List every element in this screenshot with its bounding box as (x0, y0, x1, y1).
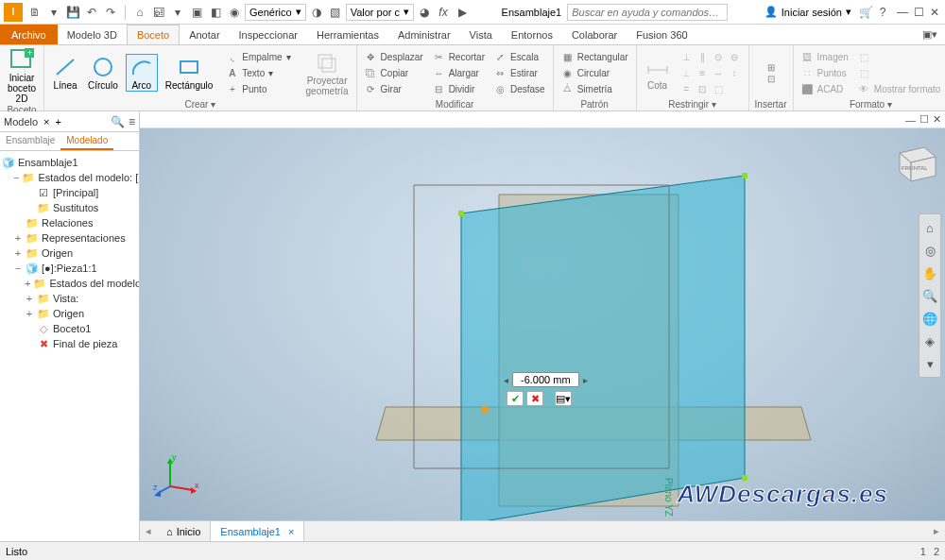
vp-min-icon[interactable]: — (905, 114, 916, 126)
cota-button[interactable]: Cota (643, 55, 673, 91)
tree-representaciones[interactable]: +📁Representaciones (2, 230, 137, 246)
tab-inspeccionar[interactable]: Inspeccionar (230, 25, 307, 44)
rectangular-button[interactable]: ▦Rectangular (559, 49, 630, 64)
nav-lookat-icon[interactable]: ◈ (919, 331, 940, 351)
insert-icon[interactable]: ⊞ (767, 62, 775, 73)
tree-relaciones[interactable]: 📁Relaciones (2, 215, 137, 230)
tree-estados[interactable]: −📁Estados del modelo: [Principal] (2, 170, 137, 185)
doc-tabs-scroll-left[interactable]: ◂ (140, 525, 157, 537)
view-cube[interactable]: FRONTAL (888, 136, 939, 187)
copiar-button[interactable]: ⿻Copiar (363, 65, 425, 80)
constraint-row3[interactable]: =⊡⬚ (679, 81, 743, 96)
new-icon[interactable]: 🗎 (26, 4, 43, 21)
fmt-b-button[interactable]: ⬚ (856, 65, 943, 80)
estirar-button[interactable]: ⇔Estirar (492, 65, 547, 80)
status-page-2[interactable]: 2 (934, 546, 939, 557)
tree-origen[interactable]: +📁Origen (2, 246, 137, 261)
dim-accept-button[interactable]: ✔ (507, 391, 524, 406)
tree-root[interactable]: 🧊Ensamblaje1 (2, 155, 137, 170)
tree-origen2[interactable]: +📁Origen (2, 306, 137, 321)
tab-overflow-icon[interactable]: ▣▾ (922, 28, 937, 41)
fx-icon[interactable]: fx (435, 4, 452, 21)
tree-estados2[interactable]: +📁Estados del modelo: [Principal] (2, 276, 137, 291)
tab-vista[interactable]: Vista (460, 25, 502, 44)
search-input[interactable] (567, 4, 728, 21)
nav-caret-icon[interactable]: ▾ (919, 353, 940, 374)
viewport[interactable]: ◂ -6.000 mm ▸ ✔ ✖ ▤▾ Plano YZ FRONTAL (140, 128, 945, 520)
extra-icon[interactable]: ◕ (416, 4, 433, 21)
puntos-button[interactable]: ∷Puntos (799, 65, 850, 80)
signin-link[interactable]: 👤 Iniciar sesión ▾ (765, 6, 851, 18)
play-icon[interactable]: ▶ (454, 4, 471, 21)
subtab-ensamblaje[interactable]: Ensamblaje (0, 132, 60, 150)
dim-options-button[interactable]: ▤▾ (555, 391, 572, 406)
minimize-icon[interactable]: — (897, 6, 908, 19)
dividir-button[interactable]: ⊟Dividir (431, 81, 487, 96)
team-icon[interactable]: 🗟 (150, 4, 167, 21)
tab-herramientas[interactable]: Herramientas (307, 25, 388, 44)
redo-icon[interactable]: ↷ (102, 4, 119, 21)
doc-tabs-scroll-right[interactable]: ▸ (928, 525, 945, 537)
iniciar-boceto-button[interactable]: + Iniciar boceto 2D (6, 47, 38, 104)
nav-home-icon[interactable]: ⌂ (919, 217, 940, 238)
tab-colaborar[interactable]: Colaborar (562, 25, 627, 44)
desplazar-button[interactable]: ✥Desplazar (363, 49, 425, 64)
file-tab[interactable]: Archivo (0, 25, 58, 44)
undo-icon[interactable]: ↶ (83, 4, 100, 21)
tree-sustitutos[interactable]: 📁Sustitutos (2, 200, 137, 215)
circular-button[interactable]: ◉Circular (559, 65, 630, 80)
constraint-row1[interactable]: ⊥∥⊙⊖ (679, 49, 743, 64)
help-icon[interactable]: ? (874, 4, 891, 21)
nav-zoom-icon[interactable]: 🔍 (919, 285, 940, 306)
insert2-icon[interactable]: ⊡ (767, 74, 775, 84)
constraint-row2[interactable]: ⟂≡↔↕ (679, 65, 743, 80)
select-icon[interactable]: ▾ (169, 4, 186, 21)
tab-anotar[interactable]: Anotar (180, 25, 229, 44)
punto-button[interactable]: +Punto (224, 81, 292, 96)
vp-max-icon[interactable]: ☐ (919, 113, 929, 126)
menu-icon[interactable]: ≡ (129, 115, 135, 128)
tree-pieza[interactable]: −🧊[●]:Pieza1:1 (2, 261, 137, 276)
tree-principal[interactable]: ☑[Principal] (2, 185, 137, 200)
proyectar-button[interactable]: Proyectar geometría (304, 50, 351, 96)
cart-icon[interactable]: 🛒 (857, 4, 874, 21)
color-icon[interactable]: ◑ (308, 4, 325, 21)
tab-entornos[interactable]: Entornos (502, 25, 562, 44)
subtab-modelado[interactable]: Modelado (60, 132, 113, 150)
tab-modelo3d[interactable]: Modelo 3D (58, 25, 127, 44)
imagen-button[interactable]: 🖼Imagen (799, 49, 850, 64)
fmt-a-button[interactable]: ⬚ (856, 49, 943, 64)
tab-fusion360[interactable]: Fusion 360 (627, 25, 696, 44)
dim-right-arrow[interactable]: ▸ (583, 375, 588, 385)
appearance-combo[interactable]: Valor por c▾ (346, 4, 414, 21)
material-icon[interactable]: ▣ (188, 4, 205, 21)
rectangulo-button[interactable]: Rectángulo (163, 55, 215, 91)
home-icon[interactable]: ⌂ (131, 4, 148, 21)
linea-button[interactable]: Línea (50, 55, 80, 91)
arco-button[interactable]: Arco (126, 54, 158, 92)
tab-close-icon[interactable]: × (288, 526, 294, 537)
measure-icon[interactable]: ◉ (226, 4, 243, 21)
dim-left-arrow[interactable]: ◂ (504, 375, 508, 385)
tree-final[interactable]: ✖Final de pieza (2, 336, 137, 351)
simetria-button[interactable]: ⧊Simetría (559, 81, 630, 96)
material-combo[interactable]: Genérico▾ (245, 4, 306, 21)
panel-close-icon[interactable]: × (43, 116, 49, 127)
panel-add-icon[interactable]: + (56, 116, 61, 127)
search-icon[interactable]: 🔍 (111, 115, 125, 128)
dimension-input[interactable]: -6.000 mm (512, 372, 579, 387)
nav-rotate-icon[interactable]: 🌐 (919, 308, 940, 329)
doc-tab-home[interactable]: ⌂Inicio (157, 521, 211, 541)
texto-button[interactable]: ATexto ▾ (224, 65, 292, 80)
empalme-button[interactable]: ◟Empalme ▾ (224, 49, 292, 64)
escala-button[interactable]: ⤢Escala (492, 49, 547, 64)
acad-button[interactable]: ⬛ACAD (799, 81, 850, 96)
tree-vista[interactable]: +📁Vista: (2, 291, 137, 306)
tab-boceto[interactable]: Boceto (127, 25, 180, 44)
appearance-icon[interactable]: ◧ (207, 4, 224, 21)
appearance2-icon[interactable]: ▧ (327, 4, 344, 21)
close-icon[interactable]: ✕ (930, 6, 939, 19)
maximize-icon[interactable]: ☐ (914, 6, 924, 19)
dim-cancel-button[interactable]: ✖ (526, 391, 543, 406)
tab-administrar[interactable]: Administrar (388, 25, 460, 44)
